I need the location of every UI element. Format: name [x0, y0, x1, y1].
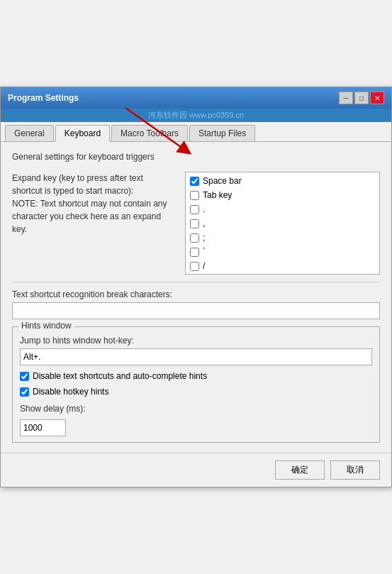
- disable-hints-row: Disable text shortcuts and auto-complete…: [20, 371, 372, 381]
- hotkey-label: Jump to hints window hot-key:: [20, 336, 372, 346]
- semicolon-checkbox[interactable]: [190, 233, 199, 243]
- break-chars-label: Text shortcut recognition break characte…: [12, 289, 380, 299]
- backtick-checkbox[interactable]: [190, 248, 199, 257]
- period-checkbox[interactable]: [190, 205, 199, 214]
- tab-general[interactable]: General: [5, 125, 54, 141]
- comma-label: ,: [203, 219, 205, 228]
- comma-checkbox[interactable]: [190, 219, 199, 228]
- maximize-button[interactable]: □: [354, 92, 369, 104]
- content-area: General settings for keyboard triggers E…: [1, 142, 391, 453]
- hints-group-legend: Hints window: [18, 321, 74, 331]
- semicolon-label: ;: [203, 233, 205, 243]
- watermark-text: 河东软件园 www.pc0359.cn: [148, 111, 244, 119]
- minimize-button[interactable]: ─: [339, 92, 353, 104]
- list-item: Space bar: [187, 174, 378, 188]
- divider-1: [12, 282, 380, 282]
- footer: 确定 取消: [1, 453, 391, 487]
- ok-button[interactable]: 确定: [275, 460, 325, 480]
- disable-hotkey-label: Disable hotkey hints: [33, 387, 108, 397]
- note-text: NOTE: Text shortcut may not contain any …: [12, 197, 175, 236]
- list-item: ,: [187, 216, 378, 231]
- disable-hotkey-row: Disable hotkey hints: [20, 387, 372, 397]
- cancel-button[interactable]: 取消: [330, 460, 380, 480]
- list-item: /: [187, 259, 378, 273]
- disable-hotkey-checkbox[interactable]: [20, 387, 29, 397]
- watermark-bar: 河东软件园 www.pc0359.cn: [1, 109, 391, 122]
- tabkey-checkbox[interactable]: [190, 191, 199, 200]
- window-controls: ─ □ ✕: [339, 92, 384, 104]
- tabkey-label: Tab key: [203, 190, 232, 200]
- hotkey-input[interactable]: [20, 348, 372, 365]
- disable-hints-checkbox[interactable]: [20, 372, 29, 381]
- spacebar-label: Space bar: [203, 176, 242, 186]
- break-chars-input[interactable]: [12, 302, 380, 319]
- delay-input[interactable]: [20, 419, 66, 436]
- list-item: ;: [187, 231, 378, 245]
- list-item: `: [187, 245, 378, 259]
- break-chars-section: Text shortcut recognition break characte…: [12, 289, 380, 319]
- title-bar: Program Settings ─ □ ✕: [1, 87, 391, 109]
- period-label: .: [203, 204, 205, 214]
- tab-bar: General Keyboard Macro Toolbars Startup …: [1, 122, 391, 142]
- backtick-label: `: [203, 247, 206, 257]
- close-button[interactable]: ✕: [370, 92, 384, 104]
- expand-key-label: Expand key (key to press after text shor…: [12, 172, 175, 197]
- delay-label: Show delay (ms):: [20, 404, 372, 414]
- delay-section: Show delay (ms):: [20, 404, 372, 436]
- list-item: .: [187, 202, 378, 216]
- spacebar-checkbox[interactable]: [190, 177, 199, 186]
- slash-label: /: [203, 261, 205, 271]
- tab-macro-toolbars[interactable]: Macro Toolbars: [111, 125, 188, 141]
- section-title: General settings for keyboard triggers: [12, 152, 380, 162]
- tab-startup-files[interactable]: Startup Files: [189, 125, 255, 141]
- program-settings-window: Program Settings ─ □ ✕ 河东软件园 www.pc0359.…: [0, 87, 392, 487]
- disable-hints-label: Disable text shortcuts and auto-complete…: [33, 371, 207, 381]
- expand-key-list[interactable]: Space bar Tab key . , ;: [185, 172, 380, 275]
- hints-group: Hints window Jump to hints window hot-ke…: [12, 326, 380, 443]
- window-title: Program Settings: [8, 93, 79, 103]
- tab-keyboard[interactable]: Keyboard: [55, 125, 110, 142]
- list-item: Tab key: [187, 188, 378, 202]
- expand-key-section: Expand key (key to press after text shor…: [12, 172, 380, 275]
- list-item: \: [187, 273, 378, 275]
- slash-checkbox[interactable]: [190, 262, 199, 271]
